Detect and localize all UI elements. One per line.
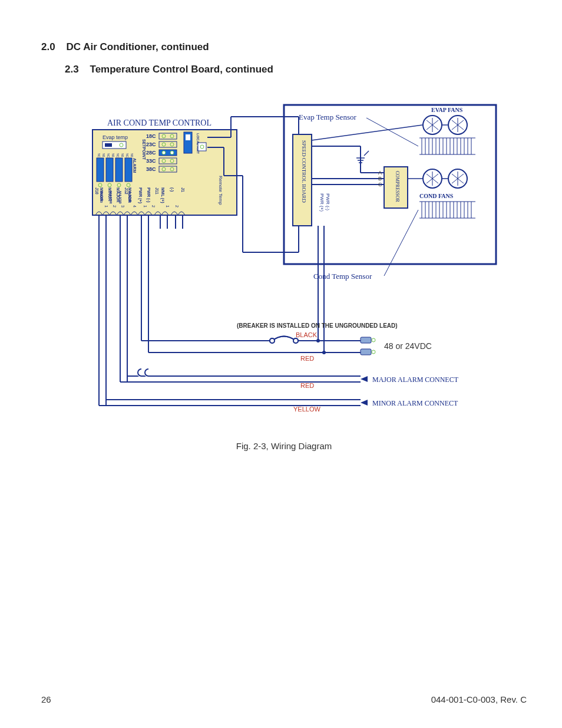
subsection-heading: 2.3 Temperature Control Board, continued [65,64,527,75]
term-lbl: MAJOR [128,187,132,202]
n0-label: N0 [111,153,115,157]
wire [312,125,422,140]
pressure-switch-icon [356,146,369,163]
black-label: BLACK [296,331,318,338]
terminal-icon [361,349,371,355]
n0-label: N0 [130,153,134,157]
term-lbl: 1 [143,205,147,207]
red-label: RED [300,355,314,362]
temp-led [162,151,166,154]
spd-pwr-plus: PWR (+) [319,193,325,212]
terminal-screw [372,350,375,354]
remote-temp-label: Remote Temp [218,176,223,205]
svg-point-37 [293,338,298,343]
relay-block [97,158,104,182]
arrow-icon [361,376,368,382]
relay-block [106,158,113,182]
evap-temp-label: Evap temp [103,134,128,140]
figure-caption: Fig. 2-3, Wiring Diagram [41,441,527,451]
temp-led [170,151,174,154]
compressor-label: COMPRESSOR [395,171,400,203]
temp-row: 28C [146,150,156,156]
yellow-label: YELLOW [293,406,320,413]
temp-row: 38C [146,166,156,172]
term-lbl: MML (+) [160,187,165,203]
cond-sensor-label: Cond Temp Sensor [313,272,372,281]
arrow-icon [361,400,368,406]
evap-fans-label: EVAP FANS [431,107,463,113]
document-page: 2.0 DC Air Conditioner, continued 2.3 Te… [0,0,562,728]
cond-coil-icon [419,202,475,218]
temp-row: 33C [146,158,156,164]
term-lbl: J1 [181,187,185,192]
nc-label: NC [125,153,129,158]
term-lbl: PWR (-) [146,187,151,202]
term-lbl: MINOR [108,187,112,201]
evap-temp-bar [105,143,112,147]
nc-label: NC [97,153,101,158]
subheading-text: Temperature Control Board, continued [90,64,273,75]
diagram-svg: AIR COND TEMP CONTROL Evap temp SHDOWN A… [66,99,502,429]
abc-b: B [378,176,382,182]
term-lbl: 2 [175,205,179,207]
wiring-diagram: AIR COND TEMP CONTROL Evap temp SHDOWN A… [66,99,502,429]
voltage-label: 48 or 24VDC [384,341,432,351]
term-lbl: 2 [151,205,156,207]
speed-board-label: SPEED CONTROL BOARD [301,140,307,203]
term-lbl: PWR (+) [138,187,143,203]
temp-row: 23C [146,141,156,147]
term-lbl: J11 [155,187,159,195]
spd-pwr-minus: PWR (-) [325,193,330,210]
evap-coil-icon [419,138,475,154]
n0-label: N0 [102,153,105,157]
terminal-icon [361,337,371,343]
switch-handle [186,134,190,140]
heading-text: DC Air Conditioner, continued [67,41,209,52]
abc-a: A [378,170,382,176]
term-lbl: (-) [170,187,174,192]
setpoint-label: SETPOINT [142,139,146,160]
term-lbl: 1 [166,205,170,207]
term-lbl: J12 [124,187,128,195]
relay-block [125,158,132,182]
temp-row: 18C [146,133,156,139]
term-lbl: J10 [95,187,99,195]
evap-sensor-label: Evap Temp Sensor [299,113,356,121]
abc-c: C [378,182,382,187]
term-lbl: MAJOR [116,187,120,202]
setpoint-rows: 18C 23C 28C 33C 38C [146,133,177,172]
page-footer: 26 044-001-C0-003, Rev. C [41,694,527,704]
red2-label: RED [300,382,314,389]
terminal-screw [372,338,375,342]
document-id: 044-001-C0-003, Rev. C [431,694,527,704]
nc-label: NC [107,153,110,158]
alarm-label: ALARM [133,158,137,173]
minor-alarm-label: MINOR ALARM CONNECT [372,399,458,407]
rmt-port [198,143,206,151]
relay-block [115,158,123,182]
term-lbl: 4 [133,205,137,207]
subheading-number: 2.3 [65,64,79,75]
section-heading: 2.0 DC Air Conditioner, continued [41,41,527,53]
board-title: AIR COND TEMP CONTROL [107,118,211,127]
heading-number: 2.0 [41,41,55,52]
nc-label: NC [116,153,120,158]
term-lbl: 3 [121,205,125,207]
page-number: 26 [41,694,51,704]
callout-line [384,210,418,276]
term-lbl: MINOR [100,187,104,201]
term-lbl: 1 [104,205,108,207]
major-alarm-label: MAJOR ALARM CONNECT [372,375,459,384]
breaker-note: (BREAKER IS INSTALLED ON THE UNGROUNDED … [237,322,398,329]
term-lbl: 2 [113,205,117,207]
svg-line-1 [364,151,369,156]
n0-label: N0 [121,153,124,157]
svg-point-36 [270,338,275,343]
cond-fans-label: COND FANS [419,193,454,199]
